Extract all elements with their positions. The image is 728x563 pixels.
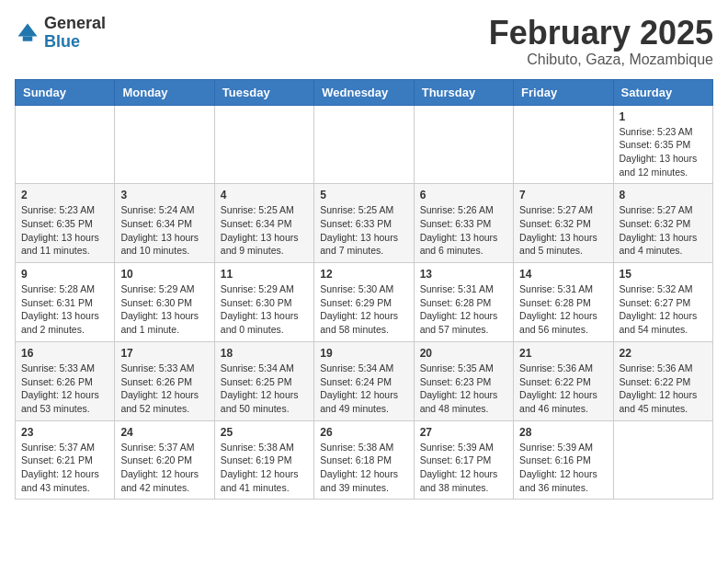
logo-general-text: General [44,14,106,32]
day-number: 7 [519,189,607,201]
day-number: 23 [21,426,108,439]
day-number: 27 [420,426,507,439]
calendar-cell: 11Sunrise: 5:29 AM Sunset: 6:30 PM Dayli… [214,263,313,342]
calendar-cell: 1Sunrise: 5:23 AM Sunset: 6:35 PM Daylig… [613,105,712,184]
day-number: 13 [420,268,507,281]
calendar-week-row: 2Sunrise: 5:23 AM Sunset: 6:35 PM Daylig… [16,184,713,263]
day-number: 12 [320,268,407,281]
day-info: Sunrise: 5:25 AM Sunset: 6:34 PM Dayligh… [221,203,308,258]
calendar-cell [314,105,414,184]
calendar-cell: 28Sunrise: 5:39 AM Sunset: 6:16 PM Dayli… [514,420,613,500]
weekday-header-row: SundayMondayTuesdayWednesdayThursdayFrid… [16,79,713,105]
month-title: February 2025 [489,15,713,52]
day-number: 21 [519,347,607,360]
calendar-cell: 16Sunrise: 5:33 AM Sunset: 6:26 PM Dayli… [16,341,115,420]
day-info: Sunrise: 5:37 AM Sunset: 6:21 PM Dayligh… [21,441,108,495]
day-info: Sunrise: 5:31 AM Sunset: 6:28 PM Dayligh… [420,282,507,337]
calendar-cell: 10Sunrise: 5:29 AM Sunset: 6:30 PM Dayli… [115,263,214,342]
day-info: Sunrise: 5:32 AM Sunset: 6:27 PM Dayligh… [620,282,707,337]
day-info: Sunrise: 5:29 AM Sunset: 6:30 PM Dayligh… [120,282,208,337]
calendar-cell [16,105,115,184]
calendar-cell: 13Sunrise: 5:31 AM Sunset: 6:28 PM Dayli… [414,263,513,342]
day-info: Sunrise: 5:35 AM Sunset: 6:23 PM Dayligh… [420,362,507,416]
calendar-week-row: 16Sunrise: 5:33 AM Sunset: 6:26 PM Dayli… [16,341,713,420]
day-number: 26 [320,426,407,439]
day-info: Sunrise: 5:36 AM Sunset: 6:22 PM Dayligh… [519,362,607,416]
day-number: 18 [221,347,308,360]
svg-marker-0 [18,23,38,36]
calendar-cell: 6Sunrise: 5:26 AM Sunset: 6:33 PM Daylig… [414,184,513,263]
logo-text: General Blue [44,15,106,52]
day-number: 22 [620,347,707,360]
calendar-week-row: 1Sunrise: 5:23 AM Sunset: 6:35 PM Daylig… [16,105,713,184]
day-info: Sunrise: 5:28 AM Sunset: 6:31 PM Dayligh… [21,282,108,337]
day-number: 25 [221,426,308,439]
calendar-cell: 26Sunrise: 5:38 AM Sunset: 6:18 PM Dayli… [314,420,414,500]
calendar-cell: 21Sunrise: 5:36 AM Sunset: 6:22 PM Dayli… [514,341,613,420]
day-info: Sunrise: 5:27 AM Sunset: 6:32 PM Dayligh… [519,203,607,258]
day-info: Sunrise: 5:29 AM Sunset: 6:30 PM Dayligh… [221,282,308,337]
day-number: 3 [120,189,208,201]
day-info: Sunrise: 5:37 AM Sunset: 6:20 PM Dayligh… [120,441,208,495]
day-info: Sunrise: 5:25 AM Sunset: 6:33 PM Dayligh… [320,203,407,258]
day-number: 15 [620,268,707,281]
day-number: 19 [320,347,407,360]
day-number: 20 [420,347,507,360]
day-info: Sunrise: 5:23 AM Sunset: 6:35 PM Dayligh… [620,125,707,179]
weekday-header-friday: Friday [514,79,613,105]
calendar-cell: 8Sunrise: 5:27 AM Sunset: 6:32 PM Daylig… [613,184,712,263]
weekday-header-wednesday: Wednesday [314,79,414,105]
location-title: Chibuto, Gaza, Mozambique [489,52,713,68]
logo: General Blue [15,15,106,52]
day-info: Sunrise: 5:31 AM Sunset: 6:28 PM Dayligh… [519,282,607,337]
weekday-header-monday: Monday [115,79,214,105]
day-info: Sunrise: 5:33 AM Sunset: 6:26 PM Dayligh… [21,362,108,416]
day-number: 1 [620,110,707,123]
day-number: 28 [519,426,607,439]
calendar-cell: 14Sunrise: 5:31 AM Sunset: 6:28 PM Dayli… [514,263,613,342]
title-area: February 2025 Chibuto, Gaza, Mozambique [489,15,713,68]
day-number: 16 [21,347,108,360]
day-info: Sunrise: 5:30 AM Sunset: 6:29 PM Dayligh… [320,282,407,337]
calendar-cell [613,420,712,500]
weekday-header-thursday: Thursday [414,79,513,105]
calendar-cell: 5Sunrise: 5:25 AM Sunset: 6:33 PM Daylig… [314,184,414,263]
calendar-cell: 12Sunrise: 5:30 AM Sunset: 6:29 PM Dayli… [314,263,414,342]
day-number: 4 [221,189,308,201]
day-number: 2 [21,189,108,201]
day-number: 11 [221,268,308,281]
day-number: 9 [21,268,108,281]
day-info: Sunrise: 5:39 AM Sunset: 6:16 PM Dayligh… [519,441,607,495]
calendar-cell: 3Sunrise: 5:24 AM Sunset: 6:34 PM Daylig… [115,184,214,263]
calendar-cell: 9Sunrise: 5:28 AM Sunset: 6:31 PM Daylig… [16,263,115,342]
calendar-cell: 2Sunrise: 5:23 AM Sunset: 6:35 PM Daylig… [16,184,115,263]
day-number: 10 [120,268,208,281]
day-info: Sunrise: 5:39 AM Sunset: 6:17 PM Dayligh… [420,441,507,495]
logo-blue-text: Blue [44,32,80,51]
day-number: 24 [120,426,208,439]
calendar-cell [414,105,513,184]
calendar-cell: 23Sunrise: 5:37 AM Sunset: 6:21 PM Dayli… [16,420,115,500]
calendar-cell: 24Sunrise: 5:37 AM Sunset: 6:20 PM Dayli… [115,420,214,500]
day-number: 14 [519,268,607,281]
weekday-header-saturday: Saturday [613,79,712,105]
day-number: 17 [120,347,208,360]
svg-rect-1 [23,36,33,40]
day-info: Sunrise: 5:33 AM Sunset: 6:26 PM Dayligh… [120,362,208,416]
day-info: Sunrise: 5:24 AM Sunset: 6:34 PM Dayligh… [120,203,208,258]
calendar-cell: 19Sunrise: 5:34 AM Sunset: 6:24 PM Dayli… [314,341,414,420]
day-number: 5 [320,189,407,201]
calendar-cell [214,105,313,184]
day-info: Sunrise: 5:34 AM Sunset: 6:24 PM Dayligh… [320,362,407,416]
calendar-cell: 18Sunrise: 5:34 AM Sunset: 6:25 PM Dayli… [214,341,313,420]
calendar-cell: 15Sunrise: 5:32 AM Sunset: 6:27 PM Dayli… [613,263,712,342]
logo-icon [15,20,40,46]
calendar-cell: 7Sunrise: 5:27 AM Sunset: 6:32 PM Daylig… [514,184,613,263]
day-info: Sunrise: 5:34 AM Sunset: 6:25 PM Dayligh… [221,362,308,416]
day-info: Sunrise: 5:27 AM Sunset: 6:32 PM Dayligh… [620,203,707,258]
day-info: Sunrise: 5:23 AM Sunset: 6:35 PM Dayligh… [21,203,108,258]
calendar-cell: 4Sunrise: 5:25 AM Sunset: 6:34 PM Daylig… [214,184,313,263]
calendar-cell: 25Sunrise: 5:38 AM Sunset: 6:19 PM Dayli… [214,420,313,500]
weekday-header-tuesday: Tuesday [214,79,313,105]
calendar-table: SundayMondayTuesdayWednesdayThursdayFrid… [15,79,713,500]
